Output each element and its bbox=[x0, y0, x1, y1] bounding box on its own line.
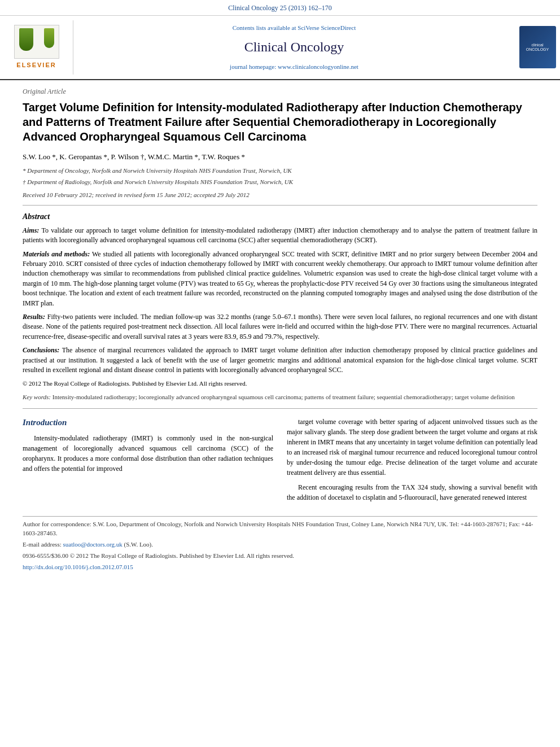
intro-divider bbox=[23, 408, 537, 409]
elsevier-name: ELSEVIER bbox=[16, 61, 56, 69]
methods-text: We studied all patients with locoregiona… bbox=[23, 250, 537, 307]
email-line: E-mail address: suatloo@doctors.org.uk (… bbox=[23, 540, 537, 549]
abstract-aims: Aims: To validate our approach to target… bbox=[23, 226, 537, 246]
methods-label: Materials and methods: bbox=[23, 250, 90, 258]
intro-right-col: target volume coverage with better spari… bbox=[287, 417, 537, 507]
abstract-title: Abstract bbox=[23, 211, 537, 222]
abstract-conclusions: Conclusions: The absence of marginal rec… bbox=[23, 346, 537, 375]
intro-para1: Intensity-modulated radiotherapy (IMRT) … bbox=[23, 433, 273, 474]
abstract-section: Abstract Aims: To validate our approach … bbox=[23, 211, 537, 401]
elsevier-tree-logo bbox=[14, 25, 59, 59]
results-label: Results: bbox=[23, 313, 45, 321]
email-label: E-mail address: bbox=[23, 541, 62, 548]
keywords-line: Key words: Intensity-modulated radiother… bbox=[23, 393, 537, 401]
sciverse-link: Contents lists available at SciVerse Sci… bbox=[233, 24, 356, 32]
intro-para2: target volume coverage with better spari… bbox=[287, 417, 537, 478]
journal-header: ELSEVIER Contents lists available at Sci… bbox=[0, 16, 560, 80]
clinical-oncology-logo: clinicalONCOLOGY bbox=[519, 26, 556, 68]
aims-label: Aims: bbox=[23, 226, 39, 234]
intro-para3: Recent encouraging results from the TAX … bbox=[287, 482, 537, 503]
introduction-section: Introduction Intensity-modulated radioth… bbox=[23, 417, 537, 507]
abstract-results: Results: Fifty-two patients were include… bbox=[23, 312, 537, 342]
email-suffix: (S.W. Loo). bbox=[124, 541, 154, 548]
affiliation-1: * Department of Oncology, Norfolk and No… bbox=[23, 167, 537, 175]
footnote-section: Author for correspondence: S.W. Loo, Dep… bbox=[23, 516, 537, 572]
abstract-divider bbox=[23, 205, 537, 206]
aims-text: To validate our approach to target volum… bbox=[23, 226, 537, 244]
received-dates: Received 10 February 2012; received in r… bbox=[23, 191, 537, 199]
conclusions-label: Conclusions: bbox=[23, 346, 59, 354]
journal-homepage: journal homepage: www.clinicaloncologyon… bbox=[230, 63, 358, 71]
journal-reference: Clinical Oncology 25 (2013) 162–170 bbox=[228, 4, 331, 12]
email-address[interactable]: suatloo@doctors.org.uk bbox=[63, 541, 122, 548]
authors-line: S.W. Loo *, K. Geropantas *, P. Wilson †… bbox=[23, 152, 537, 162]
intro-section-title: Introduction bbox=[23, 417, 273, 429]
keywords-label: Key words: bbox=[23, 394, 51, 400]
conclusions-text: The absence of marginal recurrences vali… bbox=[23, 346, 537, 374]
results-text: Fifty-two patients were included. The me… bbox=[23, 313, 537, 340]
article-title: Target Volume Definition for Intensity-m… bbox=[23, 100, 537, 144]
intro-left-col: Introduction Intensity-modulated radioth… bbox=[23, 417, 273, 507]
doi-line[interactable]: http://dx.doi.org/10.1016/j.clon.2012.07… bbox=[23, 563, 537, 572]
correspondence-line: Author for correspondence: S.W. Loo, Dep… bbox=[23, 520, 537, 538]
elsevier-logo-section: ELSEVIER bbox=[0, 20, 73, 75]
logo-text: clinicalONCOLOGY bbox=[526, 43, 549, 53]
copyright-line: © 2012 The Royal College of Radiologists… bbox=[23, 379, 537, 388]
issn-line: 0936-6555/$36.00 © 2012 The Royal Colleg… bbox=[23, 552, 537, 561]
main-content: Original Article Target Volume Definitio… bbox=[0, 80, 560, 579]
journal-main-title: Clinical Oncology bbox=[244, 38, 344, 57]
article-type: Original Article bbox=[23, 87, 537, 97]
sciverse-prefix: Contents lists available at bbox=[233, 24, 296, 31]
journal-logo-right: clinicalONCOLOGY bbox=[515, 20, 560, 75]
abstract-methods: Materials and methods: We studied all pa… bbox=[23, 250, 537, 308]
sciverse-brand[interactable]: SciVerse ScienceDirect bbox=[298, 24, 356, 31]
keywords-text: Intensity-modulated radiotherapy; locore… bbox=[53, 394, 515, 400]
top-bar: Clinical Oncology 25 (2013) 162–170 bbox=[0, 0, 560, 16]
affiliation-2: † Department of Radiology, Norfolk and N… bbox=[23, 178, 537, 186]
journal-title-section: Contents lists available at SciVerse Sci… bbox=[73, 20, 515, 75]
